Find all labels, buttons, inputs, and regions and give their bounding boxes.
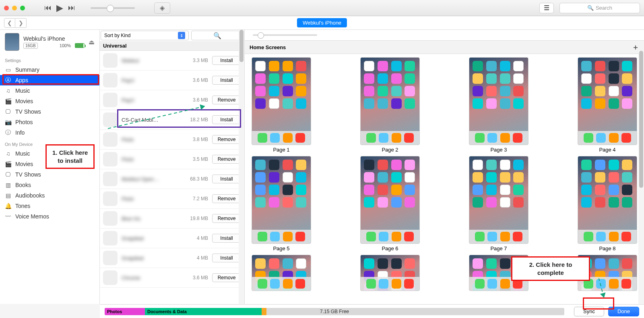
home-screen-thumbnail[interactable]: [469, 156, 528, 244]
app-action-button[interactable]: Remove: [212, 135, 241, 144]
sidebar-item-summary[interactable]: ▭Summary: [0, 64, 99, 75]
home-app-icon: [473, 98, 483, 109]
nav-forward-button[interactable]: ❯: [15, 18, 27, 28]
app-size: 19.8 MB: [186, 216, 208, 221]
app-row[interactable]: PayU3.6 MBRemove: [100, 90, 244, 110]
dock-app-icon: [270, 232, 280, 241]
home-app-icon: [405, 160, 415, 170]
app-row[interactable]: Flickr3.8 MBRemove: [100, 130, 244, 150]
zoom-slider[interactable]: [253, 34, 317, 36]
sidebar-item-movies[interactable]: 🎬Movies: [0, 96, 99, 106]
homescreens-scrollbar[interactable]: [638, 51, 644, 304]
sidebar-item-label: Books: [15, 182, 31, 188]
app-row[interactable]: Chrome3.6 MBRemove: [100, 268, 244, 288]
home-screen-thumbnail[interactable]: [252, 156, 311, 244]
dock-app-icon: [621, 133, 631, 143]
app-action-button[interactable]: Install: [212, 175, 241, 183]
app-action-button[interactable]: Remove: [212, 273, 241, 282]
home-screen-thumbnail[interactable]: [360, 57, 420, 145]
airplay-icon: ◈: [160, 4, 165, 12]
home-app-icon: [391, 172, 402, 183]
apps-scrollbar[interactable]: [239, 30, 244, 304]
bottom-bar: Photos Documents & Data 7.15 GB Free Syn…: [100, 304, 644, 318]
app-action-button[interactable]: Install: [212, 234, 241, 243]
dock-app-icon: [609, 232, 619, 241]
app-action-button[interactable]: Remove: [212, 96, 241, 104]
sidebar-item-device-audiobooks[interactable]: ▤Audiobooks: [0, 190, 99, 201]
app-row[interactable]: Blue Iris19.8 MBRemove: [100, 209, 244, 229]
home-app-icon: [500, 98, 510, 109]
sidebar-item-apps[interactable]: ⒶApps: [0, 75, 99, 85]
close-window[interactable]: [4, 6, 9, 10]
home-app-icon: [595, 258, 605, 269]
sidebar-item-device-books[interactable]: ▥Books: [0, 180, 99, 190]
device-title: Webkul's iPhone: [23, 35, 85, 42]
app-action-button[interactable]: Install: [212, 254, 241, 262]
scrollbar-thumb[interactable]: [239, 30, 244, 62]
home-screen-thumbnail[interactable]: [252, 57, 311, 145]
storage-bar: Photos Documents & Data 7.15 GB Free: [105, 308, 564, 315]
dock-app-icon: [392, 279, 401, 289]
sidebar-item-info[interactable]: ⓘInfo: [0, 127, 99, 138]
sidebar-item-device-voicememos[interactable]: 〰Voice Memos: [0, 211, 99, 222]
home-app-icon: [283, 61, 293, 71]
app-action-button[interactable]: Install: [212, 56, 241, 65]
done-button[interactable]: Done: [608, 307, 639, 316]
app-row[interactable]: Flickr3.5 MBRemove: [100, 150, 244, 169]
minimize-window[interactable]: [12, 6, 17, 10]
search-input[interactable]: 🔍 Search: [559, 3, 640, 13]
home-app-icon: [581, 61, 592, 71]
home-app-icon: [513, 197, 524, 208]
app-row[interactable]: PayU3.6 MBInstall: [100, 71, 244, 90]
eject-icon[interactable]: ⏏: [89, 38, 95, 46]
storage-free-label: 7.15 GB Free: [320, 309, 349, 314]
home-screen-thumbnail[interactable]: [360, 156, 420, 244]
apps-search-input[interactable]: 🔍: [191, 31, 244, 40]
home-app-icon: [283, 185, 293, 195]
airplay-button[interactable]: ◈: [154, 2, 170, 14]
app-row[interactable]: Snapdeal4 MBInstall: [100, 229, 244, 248]
scrollbar-thumb[interactable]: [639, 51, 643, 188]
nav-back-button[interactable]: ❮: [4, 18, 15, 28]
list-view-button[interactable]: ☰: [539, 3, 554, 13]
maximize-window[interactable]: [20, 6, 25, 10]
home-app-icon: [378, 185, 388, 195]
home-screen-thumbnail[interactable]: [252, 255, 311, 291]
sidebar-item-label: Info: [15, 129, 25, 136]
app-action-button[interactable]: Remove: [212, 214, 241, 223]
sidebar-item-music[interactable]: ♫Music: [0, 85, 99, 96]
sub-toolbar: ❮ ❯ Webkul's iPhone: [0, 16, 644, 30]
app-action-button[interactable]: Install: [212, 115, 241, 124]
home-app-icon: [255, 160, 266, 170]
home-screen-thumbnail[interactable]: [360, 255, 420, 291]
sidebar-item-photos[interactable]: 📷Photos: [0, 117, 99, 127]
device-name-pill[interactable]: Webkul's iPhone: [297, 18, 347, 27]
sidebar-item-device-tvshows[interactable]: 🖵TV Shows: [0, 169, 99, 180]
volume-slider[interactable]: [91, 7, 135, 9]
zoom-row: [245, 30, 644, 40]
home-app-icon: [269, 160, 279, 170]
home-app-icon: [255, 258, 266, 269]
app-action-button[interactable]: Remove: [212, 194, 241, 203]
home-screen-thumbnail[interactable]: [578, 156, 637, 244]
dock-app-icon: [283, 232, 293, 241]
app-action-button[interactable]: Remove: [212, 155, 241, 164]
app-row[interactable]: Snapdeal4 MBInstall: [100, 248, 244, 268]
play-icon[interactable]: ▶: [56, 3, 63, 13]
toolbar-right: ☰ 🔍 Search: [539, 3, 640, 13]
sidebar-item-device-tones[interactable]: 🔔Tones: [0, 201, 99, 211]
app-row[interactable]: Flickr7.2 MBRemove: [100, 189, 244, 209]
home-screen-label: Page 2: [382, 147, 398, 153]
photos-icon: 📷: [5, 119, 11, 125]
sync-button[interactable]: Sync: [574, 307, 604, 316]
app-row[interactable]: Mobikul Open…68.3 MBInstall: [100, 169, 244, 189]
app-action-button[interactable]: Install: [212, 76, 241, 85]
home-app-icon: [378, 61, 388, 71]
prev-track-icon[interactable]: ⏮: [44, 4, 52, 12]
sidebar-item-tvshows[interactable]: 🖵TV Shows: [0, 106, 99, 117]
next-track-icon[interactable]: ⏭: [68, 4, 75, 12]
app-row[interactable]: Webkul3.3 MBInstall: [100, 51, 244, 71]
sort-select[interactable]: Sort by Kind ⇕: [101, 31, 189, 40]
home-screen-thumbnail[interactable]: [469, 57, 528, 145]
home-screen-thumbnail[interactable]: [578, 57, 637, 145]
